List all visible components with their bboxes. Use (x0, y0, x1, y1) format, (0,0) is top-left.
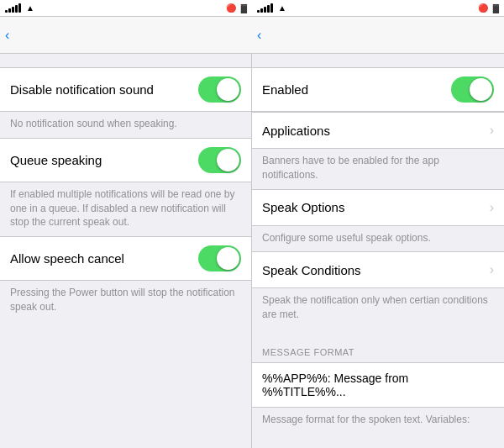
toggle-thumb-enabled (470, 78, 492, 101)
toggle-allow-speech-cancel[interactable] (198, 245, 241, 271)
toggle-disable-notification[interactable] (198, 76, 241, 103)
row-allow-speech-cancel[interactable]: Allow speech cancel (0, 236, 251, 281)
message-format-row[interactable]: %%APP%%: Message from %%TITLE%%... (252, 362, 504, 408)
row-speak-conditions[interactable]: Speak Conditions› (252, 251, 504, 288)
label-enabled: Enabled (262, 82, 451, 97)
chevron-speak-options-icon: › (490, 200, 494, 215)
right-bluetooth-icon: 🔴 (478, 3, 488, 13)
desc-allow-speech-cancel: Pressing the Power button will stop the … (0, 281, 251, 321)
label-queue-speaking: Queue speaking (10, 153, 198, 167)
desc-queue-speaking: If enabled multiple notifications will b… (0, 182, 251, 236)
left-battery-icon: ▓ (241, 3, 247, 13)
message-format-header: MESSAGE FORMAT (252, 335, 504, 362)
label-speak-options: Speak Options (262, 200, 490, 214)
right-battery-icon: ▓ (493, 3, 499, 13)
toggle-queue-speaking[interactable] (198, 147, 241, 173)
desc-speak-options: Configure some useful speak options. (252, 226, 504, 252)
left-panel: Disable notification soundNo notificatio… (0, 54, 252, 448)
chevron-applications-icon: › (490, 123, 494, 138)
row-enabled[interactable]: Enabled (252, 67, 504, 112)
toggle-thumb-disable-notification (217, 78, 239, 101)
message-format-value: %%APP%%: Message from %%TITLE%%... (262, 372, 494, 398)
right-panel: EnabledApplications›Banners have to be e… (252, 54, 504, 448)
label-allow-speech-cancel: Allow speech cancel (10, 251, 198, 266)
desc-applications: Banners have to be enabled for the app n… (252, 149, 504, 189)
message-format-desc: Message format for the spoken text. Vari… (252, 408, 504, 434)
chevron-speak-conditions-icon: › (490, 262, 494, 277)
toggle-thumb-queue-speaking (217, 149, 239, 171)
row-disable-notification[interactable]: Disable notification sound (0, 67, 251, 112)
row-speak-options[interactable]: Speak Options› (252, 189, 504, 226)
right-back-chevron-icon: ‹ (257, 28, 261, 43)
desc-speak-conditions: Speak the notification only when certian… (252, 288, 504, 329)
left-back-button[interactable]: ‹ (5, 28, 11, 43)
label-disable-notification: Disable notification sound (10, 82, 198, 97)
left-bluetooth-icon: 🔴 (226, 3, 236, 13)
row-queue-speaking[interactable]: Queue speaking (0, 138, 251, 182)
toggle-enabled[interactable] (451, 76, 494, 103)
right-back-button[interactable]: ‹ (257, 28, 263, 43)
label-applications: Applications (262, 124, 490, 138)
desc-disable-notification: No notification sound when speaking. (0, 112, 251, 138)
left-back-chevron-icon: ‹ (5, 28, 9, 43)
left-wifi-icon: ▲ (26, 3, 34, 13)
label-speak-conditions: Speak Conditions (262, 263, 490, 277)
toggle-thumb-allow-speech-cancel (217, 247, 239, 270)
row-applications[interactable]: Applications› (252, 112, 504, 149)
right-wifi-icon: ▲ (278, 3, 286, 13)
